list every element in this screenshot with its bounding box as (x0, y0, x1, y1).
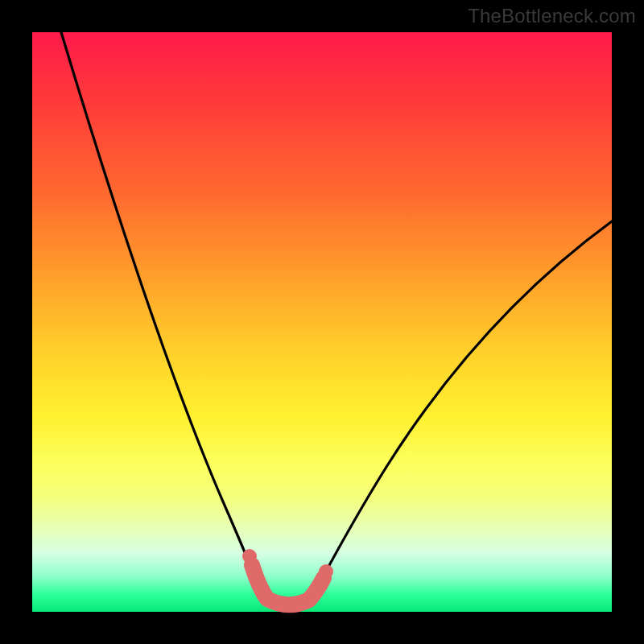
well-segment-highlight (252, 565, 324, 605)
curve-right-branch (310, 221, 612, 601)
marker-right (319, 564, 333, 579)
plot-area (32, 32, 612, 612)
chart-frame: TheBottleneck.com (0, 0, 644, 644)
watermark-text: TheBottleneck.com (468, 5, 636, 27)
curve-layer (32, 32, 612, 612)
curve-left-branch (61, 32, 265, 601)
